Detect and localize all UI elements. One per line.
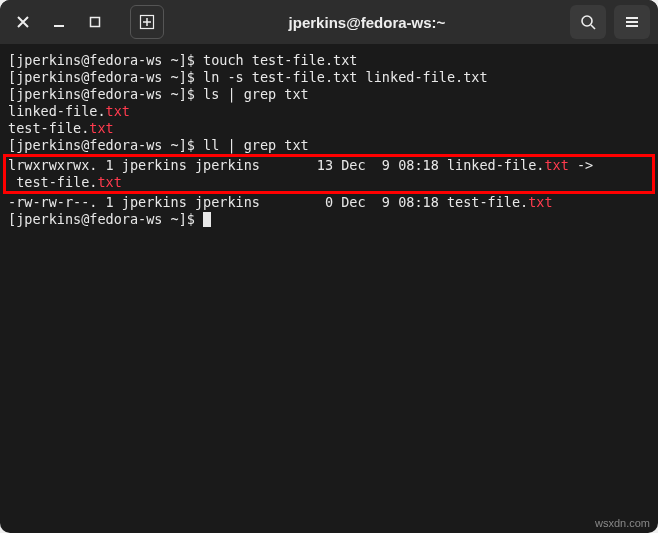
- terminal-text-segment: lrwxrwxrwx. 1 jperkins jperkins 13 Dec 9…: [8, 157, 544, 173]
- terminal-line: linked-file.txt: [8, 103, 650, 120]
- terminal-line: test-file.txt: [8, 174, 650, 191]
- close-icon: [17, 16, 29, 28]
- svg-point-3: [582, 16, 592, 26]
- search-button[interactable]: [570, 5, 606, 39]
- terminal-text-segment: txt: [528, 194, 552, 210]
- titlebar-left-controls: [8, 5, 164, 39]
- terminal-line: [jperkins@fedora-ws ~]$ ln -s test-file.…: [8, 69, 650, 86]
- svg-rect-1: [91, 18, 100, 27]
- highlighted-output-box: lrwxrwxrwx. 1 jperkins jperkins 13 Dec 9…: [3, 154, 655, 194]
- titlebar: jperkins@fedora-ws:~: [0, 0, 658, 44]
- terminal-prompt-line: [jperkins@fedora-ws ~]$: [8, 211, 650, 228]
- terminal-prompt: [jperkins@fedora-ws ~]$: [8, 211, 203, 227]
- minimize-icon: [53, 16, 65, 28]
- new-tab-button[interactable]: [130, 5, 164, 39]
- hamburger-menu-button[interactable]: [614, 5, 650, 39]
- terminal-line: test-file.txt: [8, 120, 650, 137]
- maximize-button[interactable]: [80, 7, 110, 37]
- new-tab-icon: [139, 14, 155, 30]
- terminal-text-segment: txt: [544, 157, 568, 173]
- terminal-line: lrwxrwxrwx. 1 jperkins jperkins 13 Dec 9…: [8, 157, 650, 174]
- terminal-text-segment: -rw-rw-r--. 1 jperkins jperkins 0 Dec 9 …: [8, 194, 528, 210]
- hamburger-icon: [624, 14, 640, 30]
- terminal-line: [jperkins@fedora-ws ~]$ touch test-file.…: [8, 52, 650, 69]
- terminal-text-segment: [jperkins@fedora-ws ~]$ ls | grep txt: [8, 86, 309, 102]
- minimize-button[interactable]: [44, 7, 74, 37]
- terminal-cursor: [203, 212, 211, 227]
- titlebar-right-controls: [570, 5, 650, 39]
- terminal-body[interactable]: [jperkins@fedora-ws ~]$ touch test-file.…: [0, 44, 658, 236]
- close-button[interactable]: [8, 7, 38, 37]
- svg-rect-0: [54, 25, 64, 27]
- watermark: wsxdn.com: [595, 517, 650, 529]
- terminal-text-segment: [jperkins@fedora-ws ~]$ ll | grep txt: [8, 137, 309, 153]
- window-title: jperkins@fedora-ws:~: [170, 14, 564, 31]
- terminal-text-segment: test-file.: [8, 120, 89, 136]
- terminal-text-segment: txt: [97, 174, 121, 190]
- terminal-text-segment: test-file.: [8, 174, 97, 190]
- terminal-text-segment: [jperkins@fedora-ws ~]$ ln -s test-file.…: [8, 69, 488, 85]
- terminal-text-segment: [jperkins@fedora-ws ~]$ touch test-file.…: [8, 52, 358, 68]
- terminal-text-segment: txt: [89, 120, 113, 136]
- terminal-window: jperkins@fedora-ws:~ [jperkins@fedora-ws…: [0, 0, 658, 533]
- terminal-text-segment: txt: [106, 103, 130, 119]
- terminal-line: [jperkins@fedora-ws ~]$ ll | grep txt: [8, 137, 650, 154]
- terminal-line: -rw-rw-r--. 1 jperkins jperkins 0 Dec 9 …: [8, 194, 650, 211]
- terminal-text-segment: linked-file.: [8, 103, 106, 119]
- maximize-icon: [89, 16, 101, 28]
- terminal-text-segment: ->: [569, 157, 593, 173]
- terminal-line: [jperkins@fedora-ws ~]$ ls | grep txt: [8, 86, 650, 103]
- search-icon: [580, 14, 596, 30]
